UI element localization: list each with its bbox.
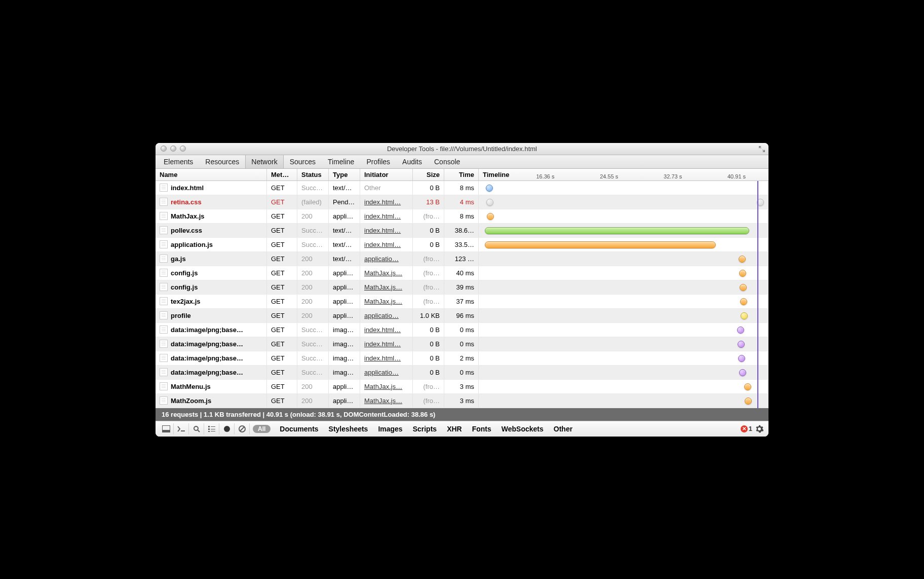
col-name-header[interactable]: Name: [156, 169, 267, 180]
network-row[interactable]: MathJax.jsGET200appli…index.html…(fro…8 …: [156, 209, 768, 224]
zoom-window-light[interactable]: [180, 146, 186, 152]
console-toggle-icon[interactable]: [174, 423, 189, 435]
cell-initiator[interactable]: index.html…: [360, 209, 413, 223]
cell-time: 33.5…: [444, 238, 479, 251]
cell-initiator[interactable]: index.html…: [360, 337, 413, 351]
network-row[interactable]: ga.jsGET200text/…applicatio…(fro…123 …: [156, 252, 768, 266]
cell-initiator[interactable]: index.html…: [360, 238, 413, 251]
network-row[interactable]: config.jsGET200appli…MathJax.js…(fro…40 …: [156, 266, 768, 280]
file-name: MathZoom.js: [171, 397, 211, 405]
network-row[interactable]: config.jsGET200appli…MathJax.js…(fro…39 …: [156, 280, 768, 295]
panel-tab-elements[interactable]: Elements: [158, 155, 199, 168]
cell-method: GET: [267, 394, 297, 408]
panel-tab-resources[interactable]: Resources: [199, 155, 245, 168]
svg-point-11: [224, 426, 230, 432]
col-method-header[interactable]: Met…: [267, 169, 297, 180]
panel-tab-console[interactable]: Console: [428, 155, 466, 168]
panel-tab-audits[interactable]: Audits: [396, 155, 428, 168]
network-row[interactable]: profileGET200appli…applicatio…1.0 KB96 m…: [156, 309, 768, 323]
cell-status: 200: [297, 280, 329, 294]
filter-images[interactable]: Images: [378, 425, 402, 433]
panel-tab-timeline[interactable]: Timeline: [322, 155, 360, 168]
network-row[interactable]: data:image/png;base…GETSucc…imag…index.h…: [156, 337, 768, 351]
timeline-dot: [487, 213, 494, 220]
network-row[interactable]: MathZoom.jsGET200appli…MathJax.js…(fro…3…: [156, 394, 768, 408]
timeline-dot: [745, 397, 752, 405]
cell-initiator[interactable]: MathJax.js…: [360, 280, 413, 294]
cell-initiator[interactable]: MathJax.js…: [360, 266, 413, 280]
cell-method: GET: [267, 323, 297, 337]
timeline-dot: [486, 185, 493, 192]
network-row[interactable]: tex2jax.jsGET200appli…MathJax.js…(fro…37…: [156, 295, 768, 309]
filter-websockets[interactable]: WebSockets: [502, 425, 544, 433]
panel-tab-network[interactable]: Network: [245, 155, 283, 168]
cell-initiator[interactable]: index.html…: [360, 323, 413, 337]
cell-name: data:image/png;base…: [156, 337, 267, 351]
network-row[interactable]: pollev.cssGETSucc…text/…index.html…0 B38…: [156, 224, 768, 238]
col-status-header[interactable]: Status: [297, 169, 329, 180]
cell-status: 200: [297, 209, 329, 223]
cell-status: 200: [297, 266, 329, 280]
dock-icon[interactable]: [159, 423, 174, 435]
cell-initiator[interactable]: MathJax.js…: [360, 295, 413, 308]
cell-initiator[interactable]: index.html…: [360, 351, 413, 365]
filter-documents[interactable]: Documents: [280, 425, 318, 433]
cell-method: GET: [267, 266, 297, 280]
cell-initiator[interactable]: applicatio…: [360, 309, 413, 322]
cell-initiator[interactable]: applicatio…: [360, 252, 413, 266]
network-row[interactable]: data:image/png;base…GETSucc…imag…index.h…: [156, 323, 768, 337]
cell-timeline: [479, 309, 768, 322]
timeline-label: Timeline: [479, 169, 514, 180]
col-timeline-header[interactable]: Timeline 16.36 s24.55 s32.73 s40.91 s: [479, 169, 768, 180]
columns-header[interactable]: Name Met… Status Type Initiator Size Tim…: [156, 169, 768, 181]
list-view-icon[interactable]: [204, 423, 219, 435]
network-row[interactable]: retina.cssGET(failed)Pend…index.html…13 …: [156, 195, 768, 209]
cell-method: GET: [267, 337, 297, 351]
network-row[interactable]: data:image/png;base…GETSucc…imag…index.h…: [156, 351, 768, 366]
gear-icon[interactable]: [755, 425, 763, 433]
cell-time: 123 …: [444, 252, 479, 266]
timeline-dot: [741, 312, 748, 319]
filter-all[interactable]: All: [253, 425, 271, 433]
cell-method: GET: [267, 181, 297, 195]
svg-line-13: [240, 427, 244, 431]
network-row[interactable]: index.htmlGETSucc…text/…Other0 B8 ms: [156, 181, 768, 195]
col-time-header[interactable]: Time: [444, 169, 479, 180]
filter-fonts[interactable]: Fonts: [472, 425, 491, 433]
cell-initiator[interactable]: index.html…: [360, 224, 413, 237]
col-initiator-header[interactable]: Initiator: [360, 169, 413, 180]
cell-type: text/…: [329, 252, 360, 266]
error-badge[interactable]: ✕ 1: [741, 425, 752, 432]
col-size-header[interactable]: Size: [413, 169, 444, 180]
fullscreen-icon[interactable]: [758, 146, 765, 153]
filter-stylesheets[interactable]: Stylesheets: [329, 425, 368, 433]
network-row[interactable]: data:image/png;base…GETSucc…imag…applica…: [156, 366, 768, 380]
cell-time: 3 ms: [444, 380, 479, 393]
cell-initiator[interactable]: MathJax.js…: [360, 394, 413, 408]
cell-name: data:image/png;base…: [156, 366, 267, 379]
file-name: pollev.css: [171, 227, 202, 234]
cell-time: 40 ms: [444, 266, 479, 280]
clear-icon[interactable]: [235, 423, 250, 435]
cell-method: GET: [267, 238, 297, 251]
cell-initiator[interactable]: MathJax.js…: [360, 380, 413, 393]
file-icon: [160, 240, 168, 248]
filter-scripts[interactable]: Scripts: [413, 425, 437, 433]
network-row[interactable]: application.jsGETSucc…text/…index.html…0…: [156, 238, 768, 252]
titlebar[interactable]: Developer Tools - file:///Volumes/Untitl…: [156, 143, 768, 155]
minimize-window-light[interactable]: [170, 146, 176, 152]
record-icon[interactable]: [219, 423, 235, 435]
cell-initiator[interactable]: index.html…: [360, 195, 413, 209]
cell-time: 4 ms: [444, 195, 479, 209]
panel-tab-sources[interactable]: Sources: [284, 155, 322, 168]
col-type-header[interactable]: Type: [329, 169, 360, 180]
filter-xhr[interactable]: XHR: [447, 425, 462, 433]
timeline-tick: 24.55 s: [600, 173, 618, 179]
search-icon[interactable]: [189, 423, 204, 435]
panel-tab-profiles[interactable]: Profiles: [360, 155, 396, 168]
cell-initiator[interactable]: applicatio…: [360, 366, 413, 379]
filter-other[interactable]: Other: [554, 425, 572, 433]
cell-size: 0 B: [413, 181, 444, 195]
close-window-light[interactable]: [161, 146, 167, 152]
network-row[interactable]: MathMenu.jsGET200appli…MathJax.js…(fro…3…: [156, 380, 768, 394]
